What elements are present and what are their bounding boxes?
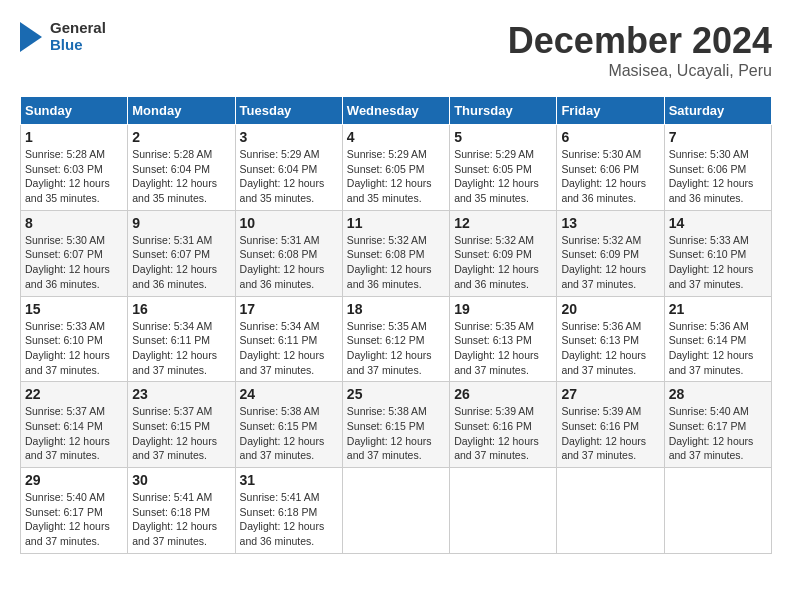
calendar-cell: 8Sunrise: 5:30 AM Sunset: 6:07 PM Daylig… [21, 210, 128, 296]
day-info: Sunrise: 5:32 AM Sunset: 6:09 PM Dayligh… [454, 233, 552, 292]
weekday-header-saturday: Saturday [664, 97, 771, 125]
calendar-cell: 20Sunrise: 5:36 AM Sunset: 6:13 PM Dayli… [557, 296, 664, 382]
day-number: 21 [669, 301, 767, 317]
day-info: Sunrise: 5:36 AM Sunset: 6:14 PM Dayligh… [669, 319, 767, 378]
calendar-cell: 16Sunrise: 5:34 AM Sunset: 6:11 PM Dayli… [128, 296, 235, 382]
calendar-cell: 2Sunrise: 5:28 AM Sunset: 6:04 PM Daylig… [128, 125, 235, 211]
day-info: Sunrise: 5:33 AM Sunset: 6:10 PM Dayligh… [669, 233, 767, 292]
calendar-cell: 6Sunrise: 5:30 AM Sunset: 6:06 PM Daylig… [557, 125, 664, 211]
calendar-cell: 28Sunrise: 5:40 AM Sunset: 6:17 PM Dayli… [664, 382, 771, 468]
calendar-cell: 9Sunrise: 5:31 AM Sunset: 6:07 PM Daylig… [128, 210, 235, 296]
day-number: 17 [240, 301, 338, 317]
logo-icon [20, 22, 42, 52]
weekday-header-thursday: Thursday [450, 97, 557, 125]
calendar-cell: 19Sunrise: 5:35 AM Sunset: 6:13 PM Dayli… [450, 296, 557, 382]
day-number: 26 [454, 386, 552, 402]
calendar-cell: 15Sunrise: 5:33 AM Sunset: 6:10 PM Dayli… [21, 296, 128, 382]
day-number: 31 [240, 472, 338, 488]
day-info: Sunrise: 5:29 AM Sunset: 6:05 PM Dayligh… [347, 147, 445, 206]
day-number: 29 [25, 472, 123, 488]
day-info: Sunrise: 5:35 AM Sunset: 6:12 PM Dayligh… [347, 319, 445, 378]
day-number: 9 [132, 215, 230, 231]
calendar-cell: 29Sunrise: 5:40 AM Sunset: 6:17 PM Dayli… [21, 468, 128, 554]
logo: GeneralBlue [20, 20, 106, 53]
day-info: Sunrise: 5:29 AM Sunset: 6:05 PM Dayligh… [454, 147, 552, 206]
day-info: Sunrise: 5:37 AM Sunset: 6:15 PM Dayligh… [132, 404, 230, 463]
day-number: 10 [240, 215, 338, 231]
weekday-header-tuesday: Tuesday [235, 97, 342, 125]
day-info: Sunrise: 5:41 AM Sunset: 6:18 PM Dayligh… [240, 490, 338, 549]
day-info: Sunrise: 5:38 AM Sunset: 6:15 PM Dayligh… [240, 404, 338, 463]
weekday-header-row: SundayMondayTuesdayWednesdayThursdayFrid… [21, 97, 772, 125]
day-number: 23 [132, 386, 230, 402]
day-number: 11 [347, 215, 445, 231]
calendar-table: SundayMondayTuesdayWednesdayThursdayFrid… [20, 96, 772, 554]
calendar-cell: 14Sunrise: 5:33 AM Sunset: 6:10 PM Dayli… [664, 210, 771, 296]
day-info: Sunrise: 5:37 AM Sunset: 6:14 PM Dayligh… [25, 404, 123, 463]
calendar-cell [450, 468, 557, 554]
calendar-cell: 11Sunrise: 5:32 AM Sunset: 6:08 PM Dayli… [342, 210, 449, 296]
day-number: 1 [25, 129, 123, 145]
day-number: 20 [561, 301, 659, 317]
day-number: 15 [25, 301, 123, 317]
day-number: 13 [561, 215, 659, 231]
day-number: 25 [347, 386, 445, 402]
day-number: 28 [669, 386, 767, 402]
day-info: Sunrise: 5:34 AM Sunset: 6:11 PM Dayligh… [240, 319, 338, 378]
day-info: Sunrise: 5:29 AM Sunset: 6:04 PM Dayligh… [240, 147, 338, 206]
day-info: Sunrise: 5:38 AM Sunset: 6:15 PM Dayligh… [347, 404, 445, 463]
day-info: Sunrise: 5:33 AM Sunset: 6:10 PM Dayligh… [25, 319, 123, 378]
day-number: 24 [240, 386, 338, 402]
calendar-week-row: 1Sunrise: 5:28 AM Sunset: 6:03 PM Daylig… [21, 125, 772, 211]
logo-general: General [50, 20, 106, 37]
day-info: Sunrise: 5:39 AM Sunset: 6:16 PM Dayligh… [454, 404, 552, 463]
calendar-cell: 30Sunrise: 5:41 AM Sunset: 6:18 PM Dayli… [128, 468, 235, 554]
day-info: Sunrise: 5:40 AM Sunset: 6:17 PM Dayligh… [669, 404, 767, 463]
location-subtitle: Masisea, Ucayali, Peru [508, 62, 772, 80]
weekday-header-sunday: Sunday [21, 97, 128, 125]
calendar-cell: 22Sunrise: 5:37 AM Sunset: 6:14 PM Dayli… [21, 382, 128, 468]
page-header: GeneralBlue December 2024 Masisea, Ucaya… [20, 20, 772, 80]
calendar-cell: 26Sunrise: 5:39 AM Sunset: 6:16 PM Dayli… [450, 382, 557, 468]
calendar-week-row: 8Sunrise: 5:30 AM Sunset: 6:07 PM Daylig… [21, 210, 772, 296]
calendar-cell: 23Sunrise: 5:37 AM Sunset: 6:15 PM Dayli… [128, 382, 235, 468]
calendar-cell: 24Sunrise: 5:38 AM Sunset: 6:15 PM Dayli… [235, 382, 342, 468]
day-number: 8 [25, 215, 123, 231]
calendar-cell: 3Sunrise: 5:29 AM Sunset: 6:04 PM Daylig… [235, 125, 342, 211]
day-number: 2 [132, 129, 230, 145]
day-number: 30 [132, 472, 230, 488]
day-info: Sunrise: 5:32 AM Sunset: 6:08 PM Dayligh… [347, 233, 445, 292]
calendar-cell: 12Sunrise: 5:32 AM Sunset: 6:09 PM Dayli… [450, 210, 557, 296]
day-info: Sunrise: 5:34 AM Sunset: 6:11 PM Dayligh… [132, 319, 230, 378]
calendar-week-row: 15Sunrise: 5:33 AM Sunset: 6:10 PM Dayli… [21, 296, 772, 382]
day-info: Sunrise: 5:28 AM Sunset: 6:04 PM Dayligh… [132, 147, 230, 206]
calendar-cell [342, 468, 449, 554]
title-block: December 2024 Masisea, Ucayali, Peru [508, 20, 772, 80]
day-info: Sunrise: 5:30 AM Sunset: 6:06 PM Dayligh… [669, 147, 767, 206]
day-number: 7 [669, 129, 767, 145]
day-info: Sunrise: 5:35 AM Sunset: 6:13 PM Dayligh… [454, 319, 552, 378]
svg-marker-0 [20, 22, 42, 52]
calendar-cell: 18Sunrise: 5:35 AM Sunset: 6:12 PM Dayli… [342, 296, 449, 382]
day-number: 6 [561, 129, 659, 145]
day-info: Sunrise: 5:31 AM Sunset: 6:07 PM Dayligh… [132, 233, 230, 292]
day-info: Sunrise: 5:32 AM Sunset: 6:09 PM Dayligh… [561, 233, 659, 292]
calendar-cell: 7Sunrise: 5:30 AM Sunset: 6:06 PM Daylig… [664, 125, 771, 211]
weekday-header-wednesday: Wednesday [342, 97, 449, 125]
calendar-cell: 1Sunrise: 5:28 AM Sunset: 6:03 PM Daylig… [21, 125, 128, 211]
calendar-cell [557, 468, 664, 554]
calendar-cell: 27Sunrise: 5:39 AM Sunset: 6:16 PM Dayli… [557, 382, 664, 468]
calendar-cell [664, 468, 771, 554]
day-number: 5 [454, 129, 552, 145]
day-info: Sunrise: 5:36 AM Sunset: 6:13 PM Dayligh… [561, 319, 659, 378]
calendar-week-row: 22Sunrise: 5:37 AM Sunset: 6:14 PM Dayli… [21, 382, 772, 468]
day-info: Sunrise: 5:28 AM Sunset: 6:03 PM Dayligh… [25, 147, 123, 206]
day-number: 19 [454, 301, 552, 317]
month-title: December 2024 [508, 20, 772, 62]
weekday-header-monday: Monday [128, 97, 235, 125]
day-number: 18 [347, 301, 445, 317]
day-number: 12 [454, 215, 552, 231]
day-number: 3 [240, 129, 338, 145]
day-info: Sunrise: 5:40 AM Sunset: 6:17 PM Dayligh… [25, 490, 123, 549]
logo-blue: Blue [50, 37, 106, 54]
